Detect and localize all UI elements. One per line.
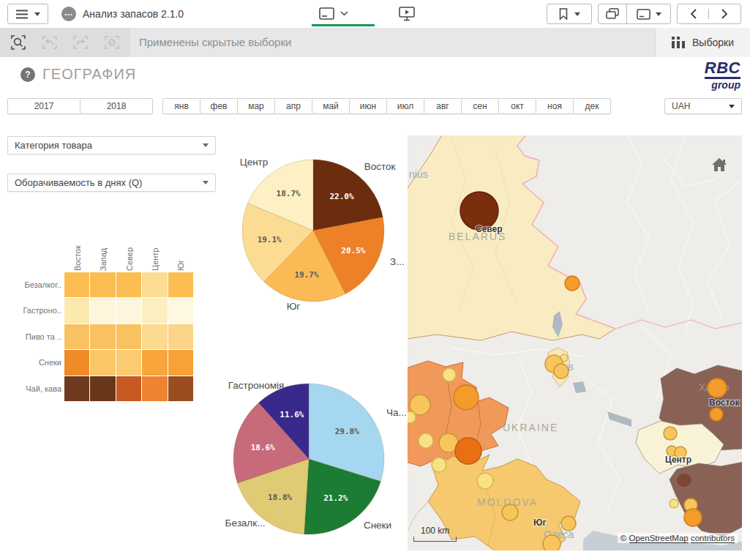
heatmap-cell[interactable] (168, 324, 193, 349)
bookmarks-button[interactable] (547, 4, 592, 24)
month-button-дек[interactable]: дек (573, 98, 611, 114)
categories-pie-chart[interactable]: 29.8%Ча...21.2%Снеки18.8%Безалк...18.6%1… (212, 366, 410, 549)
heatmap-cell[interactable] (116, 298, 141, 323)
map-region-belarus[interactable] (408, 135, 615, 340)
map-bubble[interactable] (565, 276, 580, 291)
heatmap-cell[interactable] (168, 350, 193, 375)
pie-slice-label: Гастрономія (228, 380, 285, 391)
map-bubble[interactable] (432, 458, 446, 472)
smart-search-button[interactable] (6, 30, 31, 55)
month-button-май[interactable]: май (312, 98, 350, 114)
month-button-фев[interactable]: фев (200, 98, 238, 114)
map-bubble[interactable] (708, 378, 727, 397)
heatmap-cell[interactable] (116, 376, 141, 401)
map-bubble[interactable] (543, 535, 560, 550)
turnover-dropdown[interactable]: Оборачиваемость в днях (Q) (7, 173, 216, 192)
heatmap-cell[interactable] (90, 298, 115, 323)
chevron-down-icon (340, 11, 348, 16)
next-sheet-button[interactable] (709, 9, 740, 19)
attribution-copyright: © (620, 534, 626, 542)
heatmap-cell[interactable] (142, 350, 167, 375)
map-bubble[interactable] (554, 364, 569, 378)
month-button-окт[interactable]: окт (498, 98, 536, 114)
attribution-contributors-link[interactable]: contributors (691, 534, 735, 543)
map-bubble[interactable] (419, 433, 433, 448)
map-bubble[interactable] (710, 408, 723, 421)
rbc-logo: RBC group (692, 60, 740, 90)
attribution-osm-link[interactable]: OpenStreetMap (629, 534, 689, 543)
category-dropdown[interactable]: Категория товара (7, 136, 216, 154)
map-bubble[interactable] (670, 499, 678, 508)
map-chart[interactable]: niusBELARUSUKRAINEMOLDOVAвХарківОдеса Се… (408, 135, 742, 550)
prev-sheet-button[interactable] (678, 9, 709, 19)
month-button-июн[interactable]: июн (349, 98, 387, 114)
month-button-янв[interactable]: янв (162, 98, 200, 114)
heatmap-cell[interactable] (116, 350, 141, 375)
sheet-selector-button[interactable] (311, 3, 356, 24)
map-bubble[interactable] (408, 411, 416, 423)
map-bubble[interactable] (477, 473, 493, 489)
year-button-2017[interactable]: 2017 (7, 98, 80, 114)
heatmap-cell[interactable] (142, 324, 167, 349)
map-bubble[interactable] (561, 516, 576, 531)
map-home-button[interactable] (710, 156, 729, 173)
sheet-dropdown-button[interactable] (627, 4, 670, 23)
pie-percent-label: 19.7% (294, 270, 318, 280)
pie-slice-label: Ча... (386, 407, 407, 418)
map-bubble[interactable] (443, 368, 456, 381)
help-button[interactable]: ? (20, 67, 35, 82)
map-canvas[interactable]: niusBELARUSUKRAINEMOLDOVAвХарківОдеса Се… (408, 135, 742, 550)
heatmap-cell[interactable] (64, 324, 89, 349)
heatmap-cell[interactable] (64, 272, 89, 297)
month-button-апр[interactable]: апр (274, 98, 312, 114)
month-button-июл[interactable]: июл (386, 98, 424, 114)
heatmap-cell[interactable] (90, 350, 115, 375)
month-button-ноя[interactable]: ноя (536, 98, 574, 114)
heatmap-cell[interactable] (90, 272, 115, 297)
clear-selections-icon (105, 36, 119, 49)
heatmap-cell[interactable] (116, 324, 141, 349)
heatmap-cell[interactable] (116, 272, 141, 297)
active-sheet-underline (312, 24, 375, 26)
month-button-мар[interactable]: мар (237, 98, 275, 114)
pie-percent-label: 18.6% (251, 443, 275, 452)
map-bubble[interactable] (455, 438, 481, 464)
heatmap-cell[interactable] (142, 272, 167, 297)
month-button-авг[interactable]: авг (424, 98, 462, 114)
heatmap-cell[interactable] (168, 298, 193, 323)
selections-tool-button[interactable]: Выборки (655, 28, 750, 57)
step-forward-button[interactable] (68, 30, 93, 55)
heatmap-cell[interactable] (168, 376, 193, 401)
duplicate-sheet-button[interactable] (599, 4, 627, 23)
heatmap-cell[interactable] (64, 298, 89, 323)
month-button-сен[interactable]: сен (461, 98, 499, 114)
heatmap-cell[interactable] (168, 272, 193, 297)
map-bubble[interactable] (454, 385, 479, 410)
regions-pie-chart[interactable]: 22.0%Восток20.5%З...19.7%Юг19.1%18.7%Цен… (220, 143, 410, 318)
year-button-2018[interactable]: 2018 (80, 98, 153, 114)
map-region-southeast[interactable] (670, 462, 742, 537)
heatmap-cell[interactable] (90, 376, 115, 401)
clear-selections-button[interactable] (100, 30, 124, 55)
selection-tools (0, 28, 130, 57)
presentation-button[interactable] (397, 4, 416, 23)
global-menu-button[interactable] (7, 4, 48, 24)
step-back-button[interactable] (37, 30, 62, 55)
heatmap-cell[interactable] (90, 324, 115, 349)
map-bubble[interactable] (664, 427, 677, 440)
pie-percent-label: 19.1% (258, 235, 282, 244)
map-bubble[interactable] (502, 504, 518, 520)
app-thumbnail-icon: ••• (61, 7, 76, 21)
map-scale-label: 100 km (413, 526, 457, 536)
heatmap-cell[interactable] (142, 376, 167, 401)
heatmap-cell[interactable] (64, 350, 89, 375)
caret-down-icon (203, 143, 209, 147)
hamburger-icon (16, 10, 28, 19)
map-bubble[interactable] (684, 509, 702, 526)
currency-dropdown[interactable]: UAH (664, 98, 742, 114)
pie-slice-label: Снеки (364, 520, 391, 531)
heatmap-cell[interactable] (64, 376, 89, 401)
app-info: ••• Анализ запасов 2.1.0 (61, 0, 184, 28)
heatmap-cell[interactable] (142, 298, 167, 323)
chevron-left-icon (690, 9, 697, 19)
